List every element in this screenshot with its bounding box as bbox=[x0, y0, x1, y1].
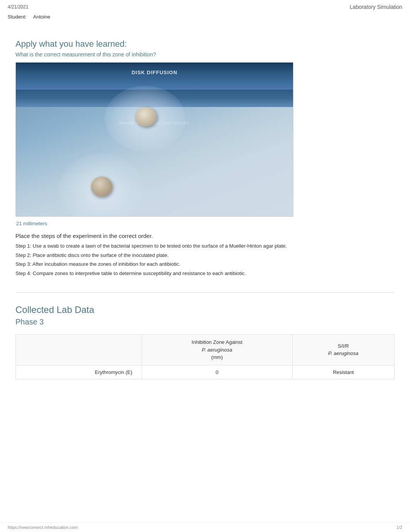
steps-section: Place the steps of the experiment in the… bbox=[15, 233, 395, 277]
top-band-text: DISK DIFFUSION bbox=[132, 70, 178, 75]
steps-container: Step 1: Use a swab to create a lawn of t… bbox=[15, 242, 395, 277]
header-title: Laboratory Simulation bbox=[350, 4, 402, 10]
step-item: Step 2: Place antibiotic discs onto the … bbox=[15, 252, 395, 259]
step-item: Step 3: After incubation measure the zon… bbox=[15, 260, 395, 268]
table-row: Erythromycin (E)0Resistant bbox=[16, 365, 395, 379]
phase-heading: Phase 3 bbox=[15, 318, 395, 326]
image-background: DISK DIFFUSION Mueller-Hinton Agar Plate… bbox=[16, 63, 293, 216]
step-item: Step 1: Use a swab to create a lawn of t… bbox=[15, 242, 395, 250]
question-text: What is the correct measurement of this … bbox=[15, 51, 395, 58]
data-table: Inhibition Zone Against P. aeruginosa (m… bbox=[15, 334, 395, 379]
apply-heading: Apply what you have learned: bbox=[15, 39, 395, 49]
step-item: Step 4: Compare zones to interpretive ta… bbox=[15, 270, 395, 277]
col-header-inhibition: Inhibition Zone Against P. aeruginosa (m… bbox=[142, 335, 292, 365]
student-label: Student: bbox=[8, 14, 26, 20]
footer-page: 1/2 bbox=[396, 525, 402, 530]
lab-image: DISK DIFFUSION Mueller-Hinton Agar Plate… bbox=[15, 62, 293, 217]
student-line: Student: Antoine bbox=[0, 12, 410, 24]
footer-url: https://newconnect.mheducation.com bbox=[8, 525, 78, 530]
table-header-row: Inhibition Zone Against P. aeruginosa (m… bbox=[16, 335, 395, 365]
student-name: Antoine bbox=[33, 14, 50, 20]
disc-lower bbox=[91, 177, 112, 197]
measurement-text: 21 millimeters bbox=[15, 221, 395, 226]
section-divider bbox=[15, 292, 395, 293]
col-header-sir: S/I/R P. aeruginosa bbox=[292, 335, 394, 365]
main-content: Apply what you have learned: What is the… bbox=[0, 24, 410, 395]
top-band: DISK DIFFUSION bbox=[16, 63, 293, 90]
header-date: 4/21/2021 bbox=[8, 4, 28, 10]
header-bar: 4/21/2021 Laboratory Simulation bbox=[0, 0, 410, 12]
disc-upper bbox=[136, 107, 157, 126]
footer-bar: https://newconnect.mheducation.com 1/2 bbox=[0, 522, 410, 532]
table-cell-antibiotic: Erythromycin (E) bbox=[16, 365, 142, 379]
table-cell-inhibition: 0 bbox=[142, 365, 292, 379]
collected-data-heading: Collected Lab Data bbox=[15, 304, 395, 315]
table-cell-result: Resistant bbox=[292, 365, 394, 379]
col-header-antibiotic bbox=[16, 335, 142, 365]
table-body: Erythromycin (E)0Resistant bbox=[16, 365, 395, 379]
steps-heading: Place the steps of the experiment in the… bbox=[15, 233, 395, 239]
